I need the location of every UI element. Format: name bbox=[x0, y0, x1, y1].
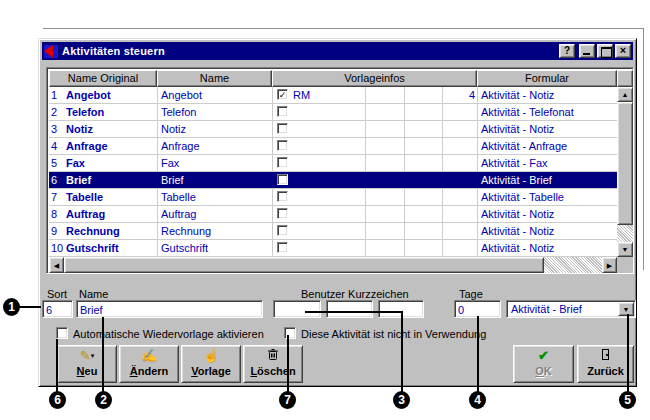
table-row[interactable]: 10GutschriftGutschriftAktivität - Notiz bbox=[49, 240, 617, 257]
cell-name-original: Fax bbox=[66, 155, 156, 171]
column-header-formular[interactable]: Formular bbox=[477, 70, 617, 87]
cell-vorlage-sub2 bbox=[365, 206, 404, 222]
titlebar[interactable]: Aktivitäten steuern ? × bbox=[42, 42, 633, 60]
cell-name-original: Gutschrift bbox=[66, 240, 156, 256]
scroll-left-icon[interactable]: ◀ bbox=[49, 257, 64, 273]
table-row[interactable]: 8AuftragAuftragAktivität - Notiz bbox=[49, 206, 617, 223]
table-row[interactable]: 3NotizNotizAktivität - Notiz bbox=[49, 121, 617, 138]
callout-7: 7 bbox=[279, 391, 296, 409]
sort-input[interactable] bbox=[42, 300, 73, 318]
tage-label: Tage bbox=[459, 288, 483, 300]
scroll-right-icon[interactable]: ▶ bbox=[602, 257, 617, 273]
callout-line-5 bbox=[627, 314, 629, 393]
row-checkbox[interactable] bbox=[277, 106, 288, 117]
chevron-down-icon[interactable]: ▼ bbox=[618, 302, 634, 316]
cell-vorlage-sub3 bbox=[404, 104, 442, 120]
table-body: 1AngebotAngebot✓RM4Aktivität - Notiz2Tel… bbox=[49, 87, 617, 257]
column-header-name[interactable]: Name bbox=[157, 70, 272, 87]
cell-vorlageinfos bbox=[272, 172, 365, 188]
cell-name: Anfrage bbox=[157, 138, 272, 154]
cell-formular: Aktivität - Tabelle bbox=[477, 189, 617, 205]
cell-vorlage-sub2 bbox=[365, 138, 404, 154]
maximize-button[interactable] bbox=[597, 44, 613, 58]
callout-line-1 bbox=[19, 306, 41, 308]
activities-table: Name Original Name Vorlageinfos Formular… bbox=[46, 67, 634, 274]
name-input[interactable] bbox=[76, 300, 263, 318]
cell-vorlageinfos bbox=[272, 189, 365, 205]
column-header-vorlageinfos[interactable]: Vorlageinfos bbox=[272, 70, 477, 87]
vertical-scroll-thumb[interactable] bbox=[617, 102, 633, 225]
table-row[interactable]: 9RechnungRechnungAktivität - Notiz bbox=[49, 223, 617, 240]
cell-row-number: 4 bbox=[51, 138, 65, 154]
row-checkbox[interactable] bbox=[277, 123, 288, 134]
cell-vorlageinfos bbox=[272, 206, 365, 222]
table-row[interactable]: 4AnfrageAnfrageAktivität - Anfrage bbox=[49, 138, 617, 155]
row-checkbox[interactable] bbox=[277, 242, 288, 253]
verwendung-checkbox[interactable] bbox=[284, 327, 296, 339]
cell-name: Notiz bbox=[157, 121, 272, 137]
cell-name: Telefon bbox=[157, 104, 272, 120]
row-checkbox[interactable] bbox=[277, 191, 288, 202]
formular-combobox[interactable]: Aktivität - Brief ▼ bbox=[506, 300, 636, 318]
loeschen-button[interactable]: Löschen bbox=[243, 345, 303, 383]
column-header-name-original[interactable]: Name Original bbox=[49, 70, 157, 87]
cell-row-number: 7 bbox=[51, 189, 65, 205]
formular-combobox-value: Aktivität - Brief bbox=[511, 302, 582, 316]
kurzzeichen-input-1[interactable] bbox=[273, 300, 321, 318]
vertical-scrollbar[interactable]: ▲ ▼ bbox=[617, 87, 633, 257]
door-icon bbox=[578, 348, 633, 364]
neu-button[interactable]: ✎▾ Neu bbox=[57, 345, 117, 383]
callout-3: 3 bbox=[393, 391, 410, 409]
row-checkbox[interactable] bbox=[277, 140, 288, 151]
help-button[interactable]: ? bbox=[559, 44, 575, 58]
scroll-up-icon[interactable]: ▲ bbox=[617, 87, 633, 102]
cell-vorlageinfos bbox=[272, 104, 365, 120]
cell-vorlageinfos bbox=[272, 240, 365, 256]
close-button[interactable]: × bbox=[615, 44, 631, 58]
cell-vorlage-sub2 bbox=[365, 189, 404, 205]
cell-vorlage-sub4 bbox=[442, 189, 477, 205]
cell-row-number: 10 bbox=[51, 240, 65, 256]
cell-vorlageinfos bbox=[272, 121, 365, 137]
pointing-hand-icon: ☝ bbox=[182, 348, 240, 364]
scroll-down-icon[interactable]: ▼ bbox=[617, 242, 633, 257]
horizontal-scrollbar[interactable]: ◀ ▶ bbox=[49, 257, 617, 273]
horizontal-scroll-thumb[interactable] bbox=[64, 257, 544, 273]
aendern-button[interactable]: ✍ Ändern bbox=[119, 345, 179, 383]
table-row[interactable]: 7TabelleTabelleAktivität - Tabelle bbox=[49, 189, 617, 206]
vorlage-button[interactable]: ☝ Vorlage bbox=[181, 345, 241, 383]
cell-vorlage-text: RM bbox=[293, 89, 310, 101]
minimize-button[interactable] bbox=[579, 44, 595, 58]
pencil-icon: ✎▾ bbox=[58, 348, 116, 364]
cell-vorlage-sub2 bbox=[365, 155, 404, 171]
vertical-scroll-track[interactable] bbox=[617, 225, 633, 242]
cell-name: Brief bbox=[157, 172, 272, 188]
cell-formular: Aktivität - Fax bbox=[477, 155, 617, 171]
cell-formular: Aktivität - Brief bbox=[477, 172, 617, 188]
cell-formular: Aktivität - Notiz bbox=[477, 87, 617, 103]
horizontal-scroll-track[interactable] bbox=[544, 257, 602, 273]
column-header-stub bbox=[617, 70, 633, 87]
zurueck-button[interactable]: Zurück bbox=[577, 345, 634, 383]
callout-1: 1 bbox=[3, 298, 20, 316]
cell-name-original: Rechnung bbox=[66, 223, 156, 239]
row-checkbox[interactable] bbox=[277, 208, 288, 219]
kurzzeichen-input-2[interactable] bbox=[326, 300, 373, 318]
table-row[interactable]: 1AngebotAngebot✓RM4Aktivität - Notiz bbox=[49, 87, 617, 104]
cell-vorlage-sub3 bbox=[404, 87, 442, 103]
cell-formular: Aktivität - Notiz bbox=[477, 223, 617, 239]
row-checkbox[interactable] bbox=[277, 157, 288, 168]
cell-row-number: 2 bbox=[51, 104, 65, 120]
scrollbar-corner bbox=[617, 257, 633, 273]
cell-vorlage-sub2 bbox=[365, 87, 404, 103]
row-checkbox[interactable] bbox=[277, 225, 288, 236]
row-checkbox[interactable] bbox=[277, 174, 288, 185]
row-checkbox-checked[interactable]: ✓ bbox=[277, 89, 288, 100]
table-row[interactable]: 2TelefonTelefonAktivität - Telefonat bbox=[49, 104, 617, 121]
cell-vorlage-sub2 bbox=[365, 121, 404, 137]
table-row[interactable]: 6BriefBriefAktivität - Brief bbox=[49, 172, 617, 189]
ok-button[interactable]: ✔ OK bbox=[513, 345, 574, 383]
cell-vorlage-sub2 bbox=[365, 223, 404, 239]
table-row[interactable]: 5FaxFaxAktivität - Fax bbox=[49, 155, 617, 172]
wiedervorlage-checkbox[interactable] bbox=[56, 327, 68, 339]
